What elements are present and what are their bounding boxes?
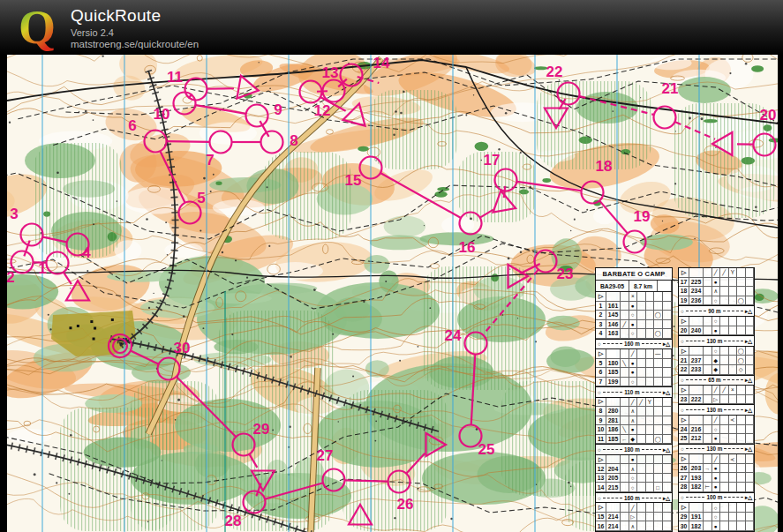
sheet-row: 21237◆◯ (679, 356, 754, 365)
control-number: 25 (478, 441, 495, 458)
control-number: 17 (484, 152, 501, 169)
sheet-row: 10186╲● (596, 425, 672, 435)
sheet-row: 4163○◯ (596, 329, 672, 339)
sheet-row: 3146╱● (596, 320, 672, 330)
sheet-row: 9281∧ (596, 416, 672, 426)
control-number: 8 (290, 132, 297, 149)
sheet-row: 2145○◯ (596, 311, 672, 320)
control-number: 13 (322, 64, 339, 81)
sheet-row: 20240● (679, 326, 754, 336)
course-info-row: BA29-05 8.7 km (596, 281, 672, 292)
control-number: 1 (38, 260, 46, 277)
sheet-row: 29191○ (679, 513, 754, 522)
route-distance-row: ○130 m▸△ (679, 335, 754, 347)
sheet-row: 19236○◯ (679, 296, 754, 306)
route-distance-row: ○130 m▸△ (679, 444, 754, 455)
control-number: 19 (634, 208, 651, 225)
control-description-sheet: BARBATE O CAMP BA29-05 8.7 km ▷×1161●214… (595, 267, 755, 532)
sheet-row: 17225● (679, 278, 754, 288)
sheet-row: 28182⊢● (679, 483, 754, 492)
sheet-row: 16214∧ (596, 521, 672, 531)
sheet-row: 7199○ (596, 378, 672, 387)
sheet-row: 30182● (679, 521, 754, 531)
sheet-row: ▷╱╱Y (679, 268, 754, 278)
version-text: Versio 2.4 (71, 27, 114, 38)
control-number: 6 (128, 117, 136, 134)
control-number: 28 (225, 513, 242, 529)
control-number: 20 (760, 107, 777, 124)
sheet-row: 14215○□ (596, 483, 672, 492)
control-sheet-right-table: ▷╱╱Y17225●18234∧19236○◯○90 m▸△▷○20240●○1… (678, 267, 755, 532)
logo-letter: Q (19, 3, 56, 52)
sheet-row: ▷● (596, 455, 672, 465)
sheet-row: ▷╱≺ (679, 416, 754, 425)
control-sheet-left-table: BARBATE O CAMP BA29-05 8.7 km ▷×1161●214… (595, 267, 673, 532)
sheet-row: 27193● (679, 473, 754, 483)
course-leg (345, 480, 388, 481)
control-number: 9 (274, 101, 282, 118)
sheet-row: 24216○ (679, 425, 754, 435)
control-number: 23 (557, 266, 574, 282)
control-number: 11 (167, 69, 183, 86)
sheet-row: ▷× (596, 292, 672, 302)
sheet-row: 5180╲● (596, 359, 672, 369)
sheet-row: 15214▷ (596, 513, 672, 522)
sheet-row: ▷○ (679, 317, 754, 326)
course-length: 8.7 km (629, 281, 658, 291)
app-url-text: matstroeng.se/quickroute/en (71, 39, 199, 49)
map-canvas[interactable]: 1234567891011121314151617181920212223242… (7, 55, 778, 532)
control-number: 27 (317, 447, 334, 464)
sheet-row: 23222▷ (679, 395, 754, 405)
control-number: 24 (445, 327, 462, 344)
course-leg (167, 141, 209, 142)
control-number: 14 (373, 55, 390, 71)
sheet-row: ▷╱≺ (679, 454, 754, 464)
route-distance-row: ○65 m▸△ (679, 375, 754, 386)
route-distance-row: ○90 m▸△ (679, 305, 754, 317)
control-number: 12 (314, 102, 331, 119)
control-number: 10 (154, 106, 170, 123)
control-number: 18 (596, 158, 613, 175)
route-distance-row: ○110 m▸△ (596, 386, 672, 398)
sheet-row: ▷╱╱Y (596, 398, 672, 408)
control-number: 30 (174, 340, 191, 356)
control-number: 16 (459, 239, 476, 256)
sheet-row: 1161● (596, 302, 672, 311)
route-distance-row: ○130 m▸△ (679, 404, 754, 416)
control-number: 2 (7, 269, 15, 286)
control-number: 5 (197, 190, 205, 206)
control-number: 3 (10, 206, 18, 222)
sheet-row: 13205○ (596, 474, 672, 483)
route-distance-row: ○160 m▸△ (596, 492, 672, 504)
course-leg (207, 88, 234, 89)
sheet-row: 22233◆◇ (679, 365, 754, 375)
sheet-row: 12204∧ (596, 464, 672, 474)
sheet-row: ▷╱╱× (679, 386, 754, 395)
course-code: BA29-05 (596, 281, 629, 291)
app-title: QuickRoute (71, 6, 161, 26)
quickroute-logo-icon: Q (12, 3, 62, 52)
sheet-row: ▷╱— (596, 349, 672, 359)
sheet-row: ▷○ (679, 503, 754, 513)
control-number: 26 (397, 496, 414, 513)
sheet-row: 11185←◆◯ (596, 435, 672, 445)
sheet-row: ▷○◯ (679, 347, 754, 356)
route-distance-row: ○100 m▸△ (679, 492, 754, 504)
sheet-row: 8280∧ (596, 407, 672, 416)
sheet-row: 6185● (596, 368, 672, 378)
control-number: 15 (345, 172, 362, 189)
control-number: 21 (662, 80, 679, 97)
control-number: 7 (206, 152, 214, 169)
sheet-row: ▷╱ (596, 503, 672, 513)
control-number: 22 (546, 64, 563, 80)
sheet-row: 26203→● (679, 464, 754, 474)
app-header: Q QuickRoute Versio 2.4 matstroeng.se/qu… (0, 0, 783, 55)
control-number: 29 (253, 421, 270, 438)
event-title: BARBATE O CAMP (596, 268, 672, 281)
sheet-row: 18234∧ (679, 287, 754, 296)
control-number: 4 (82, 244, 91, 261)
route-distance-row: ○180 m▸△ (596, 444, 672, 455)
route-distance-row: ○160 m▸△ (596, 339, 672, 350)
sheet-row: 25212● (679, 434, 754, 444)
